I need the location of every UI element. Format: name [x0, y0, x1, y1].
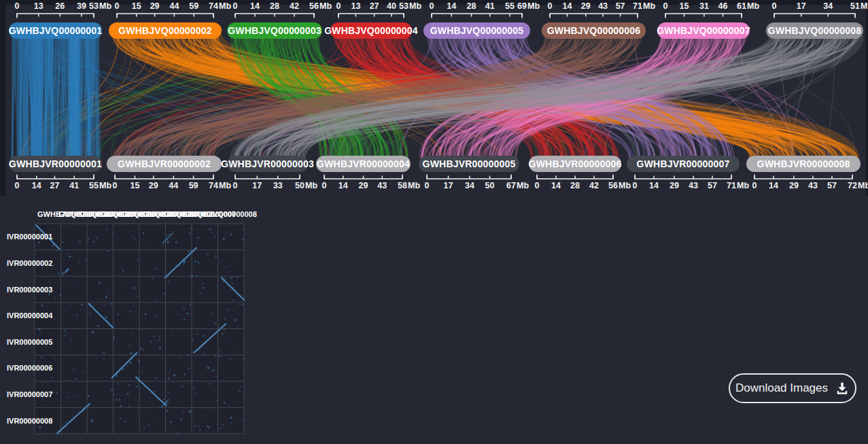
ruler-tick-label: 58 — [398, 181, 407, 190]
ruler-tick-label: 0 — [233, 1, 238, 11]
ruler-tick-label: 15 — [680, 1, 689, 11]
ruler-tick-label: 27 — [370, 1, 379, 11]
ruler-tick-label: 14 — [338, 181, 348, 190]
ruler-tick-label: 29 — [359, 181, 368, 190]
ruler-tick-label: 0 — [113, 181, 118, 190]
ruler-unit-label: Mb — [99, 181, 111, 190]
ruler-tick-label: 33 — [273, 181, 283, 190]
dotplot-y-label: IVR00000008 — [7, 417, 52, 425]
ruler-tick-label: 28 — [467, 1, 476, 11]
reference-chromosome-pill[interactable]: GWHBJVR00000001 — [9, 156, 102, 172]
dotplot-y-label: IVR00000005 — [7, 338, 52, 346]
download-images-button[interactable]: Download Images — [729, 373, 856, 403]
ruler-tick-label: 14 — [447, 1, 456, 11]
ruler-tick-label: 0 — [548, 1, 553, 11]
ruler-tick-label: 14 — [649, 181, 659, 190]
ruler-unit-label: Mb — [219, 1, 231, 11]
ruler-tick-label: 59 — [189, 181, 198, 190]
download-images-label: Download Images — [735, 381, 828, 395]
ruler-tick-label: 0 — [425, 181, 430, 190]
ruler-tick-label: 53 — [89, 1, 99, 11]
ruler-unit-label: Mb — [99, 1, 111, 11]
ruler-tick-label: 59 — [189, 1, 198, 11]
dotplot-y-label: IVR00000007 — [7, 390, 52, 398]
ruler-tick-label: 55 — [505, 1, 515, 11]
dotplot-y-label: IVR00000006 — [7, 364, 52, 372]
ruler-tick-label: 57 — [708, 181, 717, 190]
query-chromosome-pill[interactable]: GWHBJVQ00000001 — [9, 22, 102, 39]
ruler-tick-label: 13 — [351, 1, 360, 11]
ruler-tick-label: 0 — [633, 181, 638, 190]
ruler-unit-label: Mb — [737, 181, 749, 190]
ruler-tick-label: 29 — [149, 181, 158, 190]
ruler-tick-label: 0 — [322, 181, 327, 190]
ruler-tick-label: 74 — [209, 181, 218, 190]
ruler-tick-label: 56 — [608, 181, 618, 190]
ruler-tick-label: 74 — [209, 1, 218, 11]
ruler-tick-label: 71 — [727, 181, 736, 190]
query-chromosome-pill[interactable]: GWHBJVQ00000008 — [766, 22, 863, 39]
query-chromosome-pill[interactable]: GWHBJVQ00000003 — [227, 22, 322, 39]
ruler-tick-label: 34 — [465, 181, 474, 190]
ruler-tick-label: 14 — [769, 181, 778, 190]
ruler-unit-label: Mb — [305, 181, 317, 190]
reference-chromosome-pill[interactable]: GWHBJVR00000004 — [316, 156, 411, 172]
ruler-tick-label: 56 — [309, 1, 319, 11]
ruler-tick-label: 43 — [377, 181, 387, 190]
ruler-tick-label: 17 — [444, 181, 453, 190]
reference-chromosome-pill[interactable]: GWHBJVR00000002 — [107, 156, 222, 172]
ruler-tick-label: 29 — [581, 1, 591, 11]
ruler-tick-label: 0 — [336, 1, 341, 11]
reference-chromosome-pill[interactable]: GWHBJVR00000005 — [419, 156, 519, 172]
ruler-unit-label: Mb — [219, 181, 231, 190]
ruler-tick-label: 43 — [598, 1, 608, 11]
ruler-unit-label: Mb — [643, 1, 655, 11]
ruler-tick-label: 28 — [270, 1, 279, 11]
dotplot-y-label: IVR00000002 — [7, 259, 52, 267]
reference-chromosome-pill[interactable]: GWHBJVR00000007 — [627, 156, 740, 172]
ruler-tick-label: 0 — [752, 181, 757, 190]
ruler-tick-label: 14 — [551, 181, 561, 190]
dotplot-y-label: IVR00000001 — [7, 233, 52, 241]
ruler-tick-label: 0 — [663, 1, 668, 11]
ruler-tick-label: 50 — [485, 181, 495, 190]
ruler-tick-label: 28 — [570, 181, 580, 190]
ruler-tick-label: 14 — [562, 1, 572, 11]
query-chromosome-pill[interactable]: GWHBJVQ00000004 — [330, 22, 412, 39]
ruler-tick-label: 17 — [797, 1, 806, 11]
ruler-tick-label: 43 — [808, 181, 818, 190]
query-chromosome-pill[interactable]: GWHBJVQ00000005 — [423, 22, 530, 39]
ruler-tick-label: 15 — [130, 181, 139, 190]
ruler-tick-label: 27 — [50, 181, 60, 190]
ruler-tick-label: 14 — [250, 1, 260, 11]
ruler-unit-label: Mb — [527, 1, 540, 11]
ruler-tick-label: 29 — [789, 181, 799, 190]
dotplot-canvas — [34, 223, 245, 434]
query-chromosome-pill[interactable]: GWHBJVQ00000006 — [542, 22, 646, 39]
query-chromosome-pill[interactable]: GWHBJVQ00000007 — [657, 22, 750, 39]
ruler-tick-label: 0 — [430, 1, 434, 11]
ruler-tick-label: 41 — [485, 1, 495, 11]
ruler-tick-label: 40 — [387, 1, 396, 11]
ruler-tick-label: 15 — [132, 1, 141, 11]
ruler-tick-label: 0 — [15, 181, 20, 190]
ruler-tick-label: 29 — [150, 1, 160, 11]
dotplot-x-label: GWHBJVQ00000008 — [185, 210, 257, 218]
reference-chromosome-pill[interactable]: GWHBJVR00000003 — [227, 156, 308, 172]
ruler-tick-label: 42 — [290, 1, 299, 11]
ruler-tick-label: 71 — [633, 1, 642, 11]
ruler-unit-label: Mb — [517, 181, 529, 190]
download-icon — [835, 381, 850, 395]
ruler-tick-label: 29 — [670, 181, 679, 190]
ruler-tick-label: 0 — [233, 181, 238, 190]
ruler-tick-label: 61 — [737, 1, 746, 11]
ruler-tick-label: 0 — [535, 181, 540, 190]
ruler-tick-label: 31 — [699, 1, 709, 11]
ruler-tick-label: 53 — [399, 1, 409, 11]
query-chromosome-pill[interactable]: GWHBJVQ00000002 — [109, 22, 222, 39]
ruler-unit-label: Mb — [858, 181, 868, 190]
ruler-tick-label: 55 — [89, 181, 99, 190]
ruler-unit-label: Mb — [409, 1, 421, 11]
reference-chromosome-pill[interactable]: GWHBJVR00000006 — [529, 156, 621, 172]
reference-chromosome-pill[interactable]: GWHBJVR00000008 — [746, 156, 861, 172]
